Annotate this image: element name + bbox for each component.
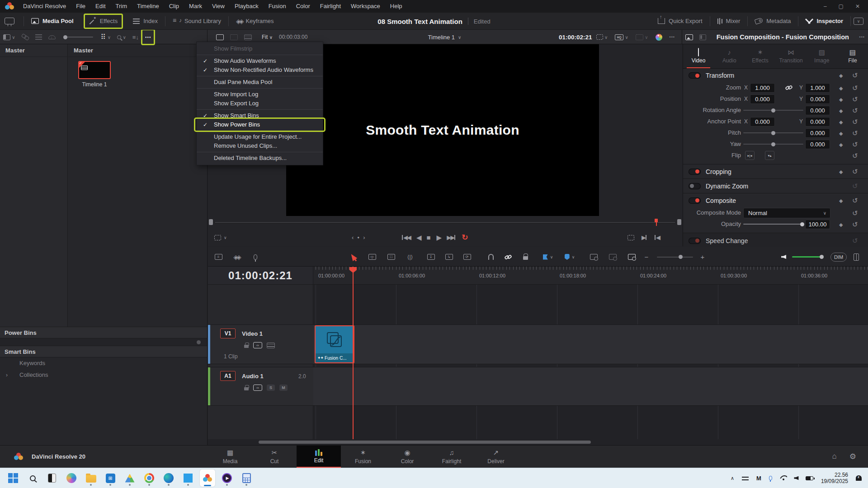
inspector-options-button[interactable]: ••• xyxy=(856,30,868,44)
copilot-icon[interactable] xyxy=(64,469,79,487)
composite-mode-select[interactable]: Normal ∨ xyxy=(743,208,830,218)
speed-change-toggle[interactable] xyxy=(689,238,701,244)
chrome-icon[interactable] xyxy=(142,469,157,487)
minimize-button[interactable]: – xyxy=(824,3,827,9)
position-lock-icon[interactable] xyxy=(519,247,532,267)
yaw-slider[interactable] xyxy=(743,144,803,145)
smart-bin-collections[interactable]: ›Collections xyxy=(0,369,207,381)
insert-clip-button[interactable]: ↧ xyxy=(424,247,438,267)
jog-wheel-icon[interactable]: ● xyxy=(357,235,359,239)
effects-button[interactable]: Effects xyxy=(85,14,123,28)
menu-playback[interactable]: Playback xyxy=(230,0,264,13)
opacity-slider[interactable] xyxy=(743,224,803,225)
scrub-end-handle[interactable] xyxy=(677,219,681,225)
dim-button[interactable]: DIM xyxy=(829,247,848,267)
menu-file[interactable]: File xyxy=(71,0,90,13)
volume-slider[interactable] xyxy=(790,247,826,267)
track-badge[interactable]: V1 xyxy=(220,328,236,338)
tab-file[interactable]: ▤ File xyxy=(837,44,868,68)
taskbar-search-icon[interactable] xyxy=(25,469,40,487)
link-icon[interactable] xyxy=(785,84,793,92)
menu-view[interactable]: View xyxy=(207,0,230,13)
close-button[interactable]: ✕ xyxy=(855,3,860,9)
dynamic-trim-tool[interactable]: ⟨|⟩ xyxy=(402,247,418,267)
media-pool-button[interactable]: Media Pool xyxy=(27,14,78,28)
audio-track-content[interactable] xyxy=(313,367,868,406)
keyframe-icon[interactable]: ◆ xyxy=(839,198,843,204)
battery-icon[interactable] xyxy=(806,476,813,480)
inspector-image-icon[interactable] xyxy=(682,30,696,44)
keyframe-icon[interactable]: ◆ xyxy=(839,97,843,103)
stop-button[interactable]: ■ xyxy=(427,234,431,241)
anchor-y-input[interactable]: 0.000 xyxy=(805,117,830,127)
audio-speaker-icon[interactable] xyxy=(778,247,788,267)
play-to-end-icon[interactable]: ▶ xyxy=(642,234,647,241)
timeline-horizontal-scrollbar[interactable] xyxy=(259,441,591,444)
mixer-button[interactable]: Mixer xyxy=(713,14,745,28)
tray-m-app-icon[interactable]: M xyxy=(756,475,761,482)
power-bins-header[interactable]: Power Bins xyxy=(0,327,207,338)
marker-button[interactable]: ∨ xyxy=(561,247,579,267)
menu-trim[interactable]: Trim xyxy=(111,0,132,13)
audio-meters-icon[interactable] xyxy=(851,247,862,267)
menu-color[interactable]: Color xyxy=(291,0,315,13)
reset-icon[interactable]: ↺ xyxy=(852,221,858,229)
jog-right-icon[interactable]: › xyxy=(363,234,365,241)
color-enhance-icon[interactable] xyxy=(652,30,665,44)
replace-clip-button[interactable]: ⟳ xyxy=(460,247,474,267)
transform-toggle[interactable] xyxy=(689,72,701,79)
clip-info-icon[interactable] xyxy=(32,30,45,44)
tray-equalizer-icon[interactable] xyxy=(742,476,749,481)
cloud-icon[interactable] xyxy=(45,30,59,44)
reset-icon[interactable]: ↺ xyxy=(852,237,858,245)
search-button[interactable]: ∨ xyxy=(114,30,129,44)
zoom-y-input[interactable]: 1.000 xyxy=(805,83,830,93)
vscode-icon[interactable] xyxy=(180,469,196,487)
loop-range-icon[interactable] xyxy=(627,235,634,240)
menu-item-remove-unused-clips[interactable]: ✓Remove Unused Clips... xyxy=(197,141,323,150)
menu-workspace[interactable]: Workspace xyxy=(346,0,385,13)
timeline-zoom-slider[interactable] xyxy=(655,247,695,267)
menu-fairlight[interactable]: Fairlight xyxy=(315,0,346,13)
lock-icon[interactable] xyxy=(244,387,249,390)
thumbnail-size-slider[interactable] xyxy=(63,37,93,38)
rotation-input[interactable]: 0.000 xyxy=(805,106,830,115)
step-back-button[interactable]: ◀ xyxy=(416,234,421,242)
maximize-button[interactable]: ▢ xyxy=(839,3,844,9)
menu-item-dual-pane-media-pool[interactable]: ✓Dual Pane Media Pool xyxy=(197,78,323,87)
menu-davinci-resolve[interactable]: DaVinci Resolve xyxy=(18,0,71,13)
timeline-thumbnail-label[interactable]: Timeline 1 xyxy=(68,81,121,88)
inspector-storyboard-icon[interactable] xyxy=(696,30,709,44)
reset-icon[interactable]: ↺ xyxy=(852,95,858,103)
reset-icon[interactable]: ↺ xyxy=(852,84,858,92)
keyframe-icon[interactable]: ◆ xyxy=(839,108,843,114)
tab-image[interactable]: ▨ Image xyxy=(807,44,837,68)
viewer-options-button[interactable]: ••• xyxy=(666,30,678,44)
razor-tool[interactable]: ⌶⌶ xyxy=(384,247,398,267)
viewer-scrubber[interactable] xyxy=(209,219,681,227)
zoom-detail-icon[interactable] xyxy=(606,247,619,267)
index-button[interactable]: Index xyxy=(128,14,162,28)
stabilize-view-button[interactable]: ∨ xyxy=(632,30,651,44)
menu-clip[interactable]: Clip xyxy=(164,0,184,13)
play-button[interactable]: ▶ xyxy=(437,234,441,242)
anchor-x-input[interactable]: 0.000 xyxy=(750,117,775,127)
keyframe-icon[interactable]: ◆ xyxy=(839,142,843,148)
menu-help[interactable]: Help xyxy=(385,0,407,13)
calculator-icon[interactable] xyxy=(239,469,254,487)
playhead[interactable] xyxy=(353,267,354,439)
fusion-clip[interactable]: ✦✦ Fusion C... xyxy=(315,325,354,363)
menu-item-update-usage[interactable]: ✓Update Usage for Entire Project... xyxy=(197,132,323,141)
bin-sidebar-toggle[interactable]: ∨ xyxy=(0,30,19,44)
overwrite-clip-button[interactable]: ↳ xyxy=(442,247,456,267)
tab-video[interactable]: Video xyxy=(683,44,714,68)
pitch-slider[interactable] xyxy=(743,132,803,133)
notification-bell-icon[interactable] xyxy=(856,475,862,481)
scrub-playhead[interactable] xyxy=(655,219,658,222)
lock-icon[interactable] xyxy=(244,345,249,348)
menu-fusion[interactable]: Fusion xyxy=(264,0,291,13)
link-clips-icon[interactable] xyxy=(502,247,514,267)
home-button[interactable]: ⌂ xyxy=(832,452,836,461)
loop-button[interactable]: ↻ xyxy=(462,233,468,242)
scale-mode-button[interactable]: ∨ xyxy=(593,30,611,44)
